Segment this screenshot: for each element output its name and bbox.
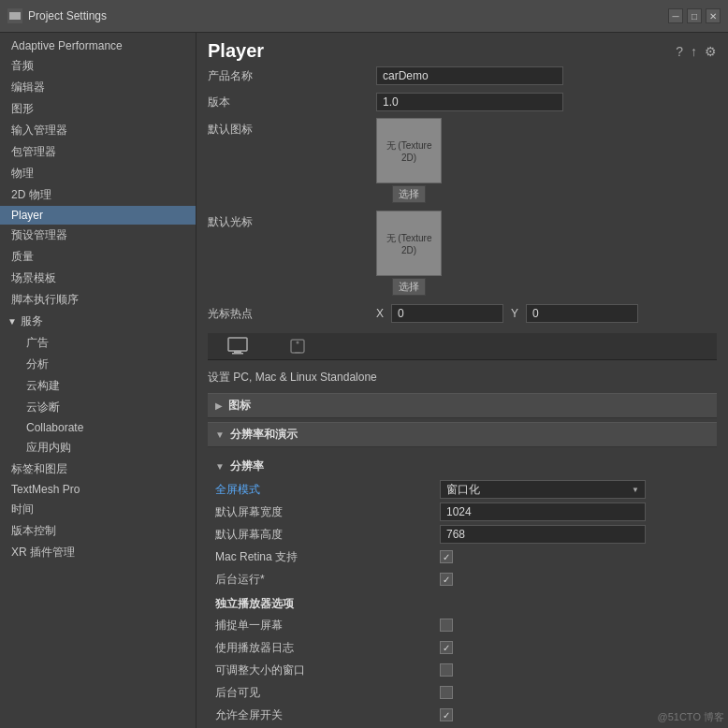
run-background-checkbox[interactable] — [440, 573, 453, 586]
platform-tab-desktop[interactable] — [208, 333, 268, 359]
sidebar-item-textmesh[interactable]: TextMesh Pro — [0, 480, 196, 499]
product-name-label: 产品名称 — [208, 68, 376, 84]
svg-rect-2 — [228, 338, 247, 351]
sidebar-item-preset[interactable]: 预设管理器 — [0, 225, 196, 246]
sidebar-item-adaptive[interactable]: Adaptive Performance — [0, 36, 196, 55]
sidebar-item-tags[interactable]: 标签和图层 — [0, 459, 196, 480]
content-body: 产品名称 版本 默认图标 无 (Texture 2D) 选择 — [197, 66, 728, 728]
sidebar-item-version[interactable]: 版本控制 — [0, 520, 196, 542]
fullscreen-mode-dropdown[interactable]: 窗口化 ▼ — [440, 480, 646, 499]
fullscreen-mode-label: 全屏模式 — [215, 482, 440, 498]
allow-fullscreen-checkbox[interactable] — [440, 708, 453, 721]
default-cursor-texture-area: 无 (Texture 2D) 选择 — [376, 211, 442, 296]
default-width-label: 默认屏幕宽度 — [215, 504, 440, 520]
section-icon-header[interactable]: ▶ 图标 — [208, 393, 717, 418]
close-button[interactable]: ✕ — [706, 8, 721, 23]
sidebar-item-script-exec[interactable]: 脚本执行顺序 — [0, 289, 196, 311]
header-icons: ? ↑ ⚙ — [676, 44, 717, 59]
section-resolution-arrow: ▼ — [215, 430, 225, 440]
resizable-window-row: 可调整大小的窗口 — [215, 661, 709, 679]
sidebar-item-input[interactable]: 输入管理器 — [0, 120, 196, 141]
sidebar-item-physics[interactable]: 物理 — [0, 163, 196, 184]
sidebar-item-audio[interactable]: 音频 — [0, 55, 196, 77]
hotspot-y-input[interactable] — [526, 304, 638, 323]
default-cursor-texture-label: 无 (Texture 2D) — [377, 230, 441, 257]
visible-background-checkbox[interactable] — [440, 686, 453, 699]
default-icon-texture-area: 无 (Texture 2D) 选择 — [376, 118, 442, 203]
default-height-label: 默认屏幕高度 — [215, 527, 440, 543]
capture-single-checkbox[interactable] — [440, 619, 453, 632]
title-bar-controls: ─ □ ✕ — [668, 8, 721, 23]
sidebar-item-package[interactable]: 包管理器 — [0, 141, 196, 163]
fullscreen-mode-value: 窗口化 — [446, 482, 480, 498]
resizable-window-label: 可调整大小的窗口 — [215, 662, 440, 678]
sidebar-item-cloud-diag[interactable]: 云诊断 — [0, 397, 196, 418]
sidebar-item-scene[interactable]: 场景模板 — [0, 268, 196, 289]
title-bar-icon — [7, 8, 22, 23]
sidebar-item-cloud-build[interactable]: 云构建 — [0, 375, 196, 397]
content-header: Player ? ↑ ⚙ — [197, 33, 728, 66]
sidebar-item-in-app[interactable]: 应用内购 — [0, 437, 196, 459]
sidebar-item-graphics[interactable]: 图形 — [0, 98, 196, 120]
default-width-input[interactable] — [440, 502, 646, 521]
sidebar-item-xr[interactable]: XR 插件管理 — [0, 542, 196, 563]
default-icon-select-btn[interactable]: 选择 — [392, 185, 426, 203]
default-icon-texture-label: 无 (Texture 2D) — [377, 138, 441, 165]
use-player-log-checkbox[interactable] — [440, 641, 453, 654]
sidebar-item-time[interactable]: 时间 — [0, 499, 196, 520]
default-icon-texture-box[interactable]: 无 (Texture 2D) — [376, 118, 442, 183]
standalone-title: 独立播放器选项 — [215, 596, 709, 612]
visible-background-row: 后台可见 — [215, 683, 709, 702]
sidebar-item-analytics[interactable]: 分析 — [0, 354, 196, 375]
run-background-row: 后台运行* — [215, 570, 709, 589]
cursor-hotspot-row: 光标热点 X Y — [208, 303, 717, 324]
use-player-log-row: 使用播放器日志 — [215, 638, 709, 657]
default-height-input[interactable] — [440, 525, 646, 544]
platform-label: 设置 PC, Mac & Linux Standalone — [208, 366, 717, 393]
sidebar-item-ads[interactable]: 广告 — [0, 332, 196, 354]
sidebar-item-quality[interactable]: 质量 — [0, 246, 196, 268]
maximize-button[interactable]: □ — [687, 8, 702, 23]
content-area: Player ? ↑ ⚙ 产品名称 版本 — [197, 33, 728, 728]
subsection-resolution-header[interactable]: ▼ 分辨率 — [215, 457, 709, 476]
section-icon: ▶ 图标 — [208, 393, 717, 418]
default-height-row: 默认屏幕高度 — [215, 525, 709, 544]
capture-single-label: 捕捉单一屏幕 — [215, 618, 440, 633]
title-bar-text: Project Settings — [28, 9, 107, 22]
svg-rect-6 — [295, 352, 300, 354]
section-resolution: ▼ 分辨率和演示 ▼ 分辨率 全屏模式 窗口化 ▼ — [208, 422, 717, 728]
cursor-hotspot-label: 光标热点 — [208, 306, 376, 322]
subsection-resolution-title: 分辨率 — [230, 459, 264, 474]
section-resolution-header[interactable]: ▼ 分辨率和演示 — [208, 422, 717, 447]
hotspot-x-input[interactable] — [391, 304, 503, 323]
sidebar-item-player[interactable]: Player — [0, 206, 196, 225]
sidebar-section-services[interactable]: ▼ 服务 — [0, 311, 196, 332]
version-input[interactable] — [376, 93, 563, 111]
cursor-hotspot-coords: X Y — [376, 304, 638, 323]
product-name-input[interactable] — [376, 66, 563, 85]
sidebar-item-physics2d[interactable]: 2D 物理 — [0, 184, 196, 206]
x-label: X — [376, 307, 384, 320]
dropdown-arrow-icon: ▼ — [632, 486, 639, 494]
default-cursor-texture-box[interactable]: 无 (Texture 2D) — [376, 211, 442, 276]
mac-retina-checkbox[interactable] — [440, 550, 453, 563]
sidebar: Adaptive Performance 音频 编辑器 图形 输入管理器 包管理… — [0, 33, 197, 728]
help-icon[interactable]: ? — [676, 44, 683, 59]
default-width-row: 默认屏幕宽度 — [215, 502, 709, 521]
pin-icon[interactable]: ↑ — [691, 44, 697, 59]
default-cursor-select-btn[interactable]: 选择 — [392, 278, 426, 296]
platform-tab-android[interactable] — [268, 333, 328, 359]
sidebar-item-editor[interactable]: 编辑器 — [0, 77, 196, 98]
version-value — [376, 93, 717, 111]
settings-icon[interactable]: ⚙ — [705, 44, 717, 59]
allow-fullscreen-row: 允许全屏开关 — [215, 706, 709, 724]
sidebar-item-collaborate[interactable]: Collaborate — [0, 418, 196, 437]
fullscreen-mode-row: 全屏模式 窗口化 ▼ — [215, 480, 709, 499]
version-label: 版本 — [208, 95, 376, 110]
mac-retina-label: Mac Retina 支持 — [215, 549, 440, 565]
run-background-label: 后台运行* — [215, 572, 440, 588]
minimize-button[interactable]: ─ — [668, 8, 683, 23]
resizable-window-checkbox[interactable] — [440, 663, 453, 677]
svg-point-7 — [297, 342, 299, 344]
allow-fullscreen-label: 允许全屏开关 — [215, 707, 440, 723]
